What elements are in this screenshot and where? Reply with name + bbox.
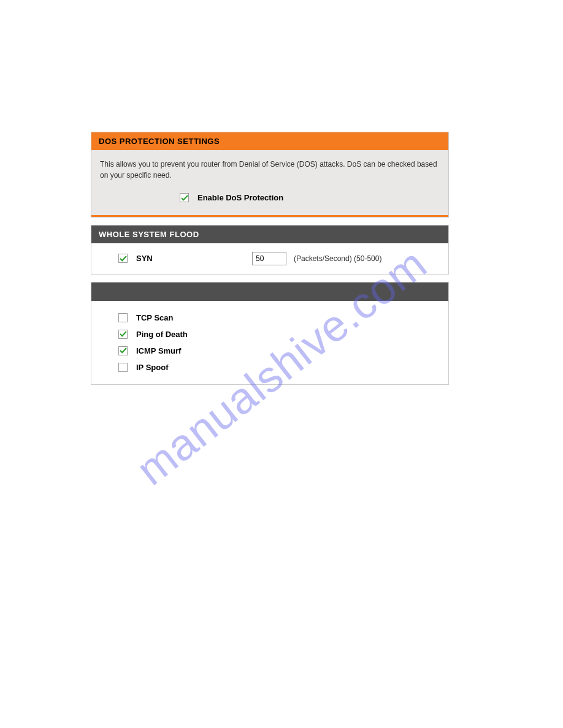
syn-hint: (Packets/Second) (50-500) (294, 254, 381, 263)
whole-system-flood-header: WHOLE SYSTEM FLOOD (91, 226, 448, 243)
syn-checkbox[interactable] (118, 254, 128, 263)
attack-option-label: TCP Scan (136, 313, 173, 322)
attack-option-checkbox[interactable] (118, 363, 128, 372)
attack-option-checkbox[interactable] (118, 313, 128, 322)
attack-option-row: Ping of Death (118, 326, 441, 343)
attack-types-header (91, 282, 448, 301)
dos-protection-header: DOS PROTECTION SETTINGS (91, 132, 448, 150)
check-icon (120, 347, 127, 354)
enable-dos-label: Enable DoS Protection (197, 192, 283, 204)
check-icon (181, 194, 188, 202)
attack-option-checkbox[interactable] (118, 330, 128, 339)
dos-protection-body: This allows you to prevent you router fr… (91, 150, 448, 215)
attack-option-label: Ping of Death (136, 330, 188, 339)
dos-protection-description: This allows you to prevent you router fr… (100, 159, 440, 181)
attack-option-label: IP Spoof (136, 363, 168, 372)
enable-dos-checkbox[interactable] (180, 193, 189, 202)
dos-protection-panel: DOS PROTECTION SETTINGS This allows you … (91, 132, 449, 218)
syn-input[interactable] (252, 252, 286, 265)
attack-option-label: ICMP Smurf (136, 346, 181, 355)
attack-options-list: TCP ScanPing of DeathICMP SmurfIP Spoof (91, 301, 448, 384)
attack-option-row: ICMP Smurf (118, 343, 441, 359)
check-icon (120, 255, 127, 262)
attack-option-row: TCP Scan (118, 309, 441, 326)
check-icon (120, 330, 127, 338)
whole-system-flood-panel: WHOLE SYSTEM FLOOD SYN (Packets/Second) … (91, 225, 449, 275)
attack-option-row: IP Spoof (118, 359, 441, 376)
orange-divider (91, 215, 448, 217)
attack-types-panel: TCP ScanPing of DeathICMP SmurfIP Spoof (91, 282, 449, 385)
attack-option-checkbox[interactable] (118, 346, 128, 355)
syn-row: SYN (Packets/Second) (50-500) (91, 243, 448, 274)
syn-label: SYN (136, 254, 153, 263)
enable-dos-row: Enable DoS Protection (100, 192, 440, 204)
